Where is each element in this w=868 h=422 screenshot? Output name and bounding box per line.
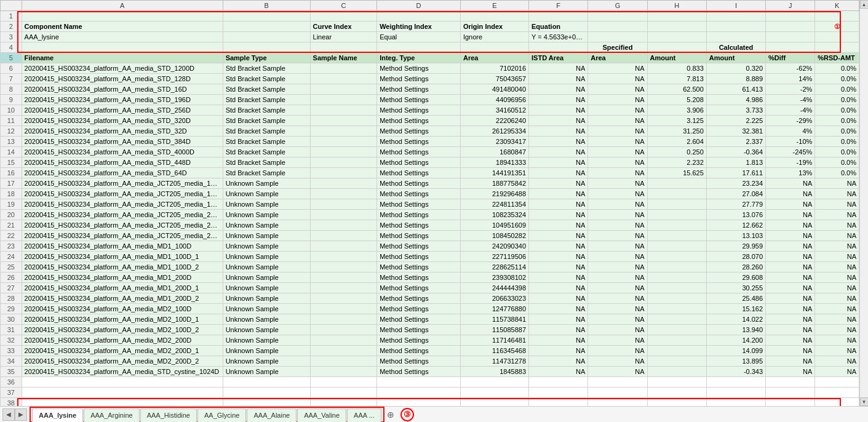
- table-row[interactable]: 3020200415_HS003234_platform_AA_media_MD…: [1, 314, 859, 325]
- table-row[interactable]: 720200415_HS003234_platform_AA_media_STD…: [1, 74, 859, 84]
- col-header-H[interactable]: H: [647, 1, 706, 11]
- table-row[interactable]: 1220200415_HS003234_platform_AA_media_ST…: [1, 126, 859, 137]
- tab-add-button[interactable]: ⊕: [384, 408, 397, 421]
- table-row[interactable]: 1520200415_HS003234_platform_AA_media_ST…: [1, 157, 859, 168]
- empty-row: 37: [1, 388, 859, 398]
- tab-item-5[interactable]: AAA_Valine: [297, 408, 346, 422]
- table-row[interactable]: 3120200415_HS003234_platform_AA_media_MD…: [1, 325, 859, 335]
- tab-item-3[interactable]: AA_Glycine: [197, 408, 246, 422]
- table-row[interactable]: 1620200415_HS003234_platform_AA_media_ST…: [1, 168, 859, 178]
- row-3: 3AAA_lysineLinearEqualIgnoreY = 4.5633e+…: [1, 32, 859, 42]
- col-header-J[interactable]: J: [766, 1, 815, 11]
- table-row[interactable]: 2420200415_HS003234_platform_AA_media_MD…: [1, 252, 859, 262]
- col-header-rownum: [1, 1, 22, 11]
- table-row[interactable]: 2220200415_HS003234_platform_AA_media_JC…: [1, 231, 859, 241]
- table-row[interactable]: 2920200415_HS003234_platform_AA_media_MD…: [1, 304, 859, 314]
- col-header-I[interactable]: I: [706, 1, 765, 11]
- right-scrollbar[interactable]: ▲ ▼: [859, 0, 868, 406]
- col-header-E[interactable]: E: [460, 1, 528, 11]
- scroll-down-btn[interactable]: ▼: [860, 397, 869, 406]
- table-row[interactable]: 3520200415_HS003234_platform_AA_media_ST…: [1, 367, 859, 377]
- table-row[interactable]: 2020200415_HS003234_platform_AA_media_JC…: [1, 210, 859, 220]
- table-row[interactable]: 620200415_HS003234_platform_AA_media_STD…: [1, 63, 859, 74]
- tab-bar: ◀ ▶ AAA_lysineAAA_ArginineAAA_HistidineA…: [0, 406, 868, 422]
- table-row[interactable]: 1020200415_HS003234_platform_AA_media_ST…: [1, 105, 859, 116]
- row-1: 1: [1, 11, 859, 22]
- table-row[interactable]: 1820200415_HS003234_platform_AA_media_JC…: [1, 189, 859, 199]
- tab-nav-right[interactable]: ▶: [15, 408, 27, 421]
- table-row[interactable]: 2520200415_HS003234_platform_AA_media_MD…: [1, 262, 859, 273]
- empty-row: 36: [1, 377, 859, 388]
- col-header-B[interactable]: B: [223, 1, 310, 11]
- column-header-row: A B C D E F G H I J K: [1, 1, 859, 11]
- table-row[interactable]: 920200415_HS003234_platform_AA_media_STD…: [1, 95, 859, 105]
- col-header-K[interactable]: K: [815, 1, 859, 11]
- table-row[interactable]: 2320200415_HS003234_platform_AA_media_MD…: [1, 241, 859, 252]
- table-row[interactable]: 1920200415_HS003234_platform_AA_media_JC…: [1, 199, 859, 210]
- col-header-D[interactable]: D: [377, 1, 461, 11]
- table-row[interactable]: 1120200415_HS003234_platform_AA_media_ST…: [1, 116, 859, 126]
- table-row[interactable]: 2120200415_HS003234_platform_AA_media_JC…: [1, 220, 859, 231]
- spreadsheet-container: A B C D E F G H I J K 12Component NameCu…: [0, 0, 868, 406]
- row-5-col-headers: 5FilenameSample TypeSample NameInteg. Ty…: [1, 53, 859, 63]
- tab-item-4[interactable]: AAA_Alaine: [247, 408, 297, 422]
- col-header-G[interactable]: G: [588, 1, 647, 11]
- col-header-A[interactable]: A: [22, 1, 223, 11]
- tab-item-2[interactable]: AAA_Histidine: [140, 408, 197, 422]
- tab-item-6[interactable]: AAA ...: [347, 408, 381, 422]
- col-header-C[interactable]: C: [310, 1, 377, 11]
- annotation-3: ③: [400, 408, 414, 421]
- tab-nav-left[interactable]: ◀: [2, 408, 15, 421]
- row-2: 2Component NameCurve IndexWeighting Inde…: [1, 22, 859, 32]
- table-row[interactable]: 2720200415_HS003234_platform_AA_media_MD…: [1, 283, 859, 293]
- tab-group: AAA_lysineAAA_ArginineAAA_HistidineAA_Gl…: [30, 407, 384, 423]
- data-table: A B C D E F G H I J K 12Component NameCu…: [0, 0, 859, 406]
- tab-item-0[interactable]: AAA_lysine: [32, 408, 83, 422]
- table-row[interactable]: 1720200415_HS003234_platform_AA_media_JC…: [1, 178, 859, 189]
- table-row[interactable]: 2620200415_HS003234_platform_AA_media_MD…: [1, 273, 859, 283]
- col-header-F[interactable]: F: [529, 1, 588, 11]
- table-row[interactable]: 2820200415_HS003234_platform_AA_media_MD…: [1, 293, 859, 304]
- table-row[interactable]: 3220200415_HS003234_platform_AA_media_MD…: [1, 335, 859, 346]
- tab-item-1[interactable]: AAA_Arginine: [84, 408, 140, 422]
- table-row[interactable]: 3420200415_HS003234_platform_AA_media_MD…: [1, 356, 859, 367]
- scroll-up-btn[interactable]: ▲: [860, 0, 869, 9]
- table-row[interactable]: 1420200415_HS003234_platform_AA_media_ST…: [1, 147, 859, 157]
- row-4: 4SpecifiedCalculated: [1, 42, 859, 53]
- table-row[interactable]: 820200415_HS003234_platform_AA_media_STD…: [1, 84, 859, 95]
- sheet-area[interactable]: A B C D E F G H I J K 12Component NameCu…: [0, 0, 859, 406]
- table-row[interactable]: 3320200415_HS003234_platform_AA_media_MD…: [1, 346, 859, 356]
- table-row[interactable]: 1320200415_HS003234_platform_AA_media_ST…: [1, 137, 859, 147]
- row-38: 38: [1, 398, 859, 407]
